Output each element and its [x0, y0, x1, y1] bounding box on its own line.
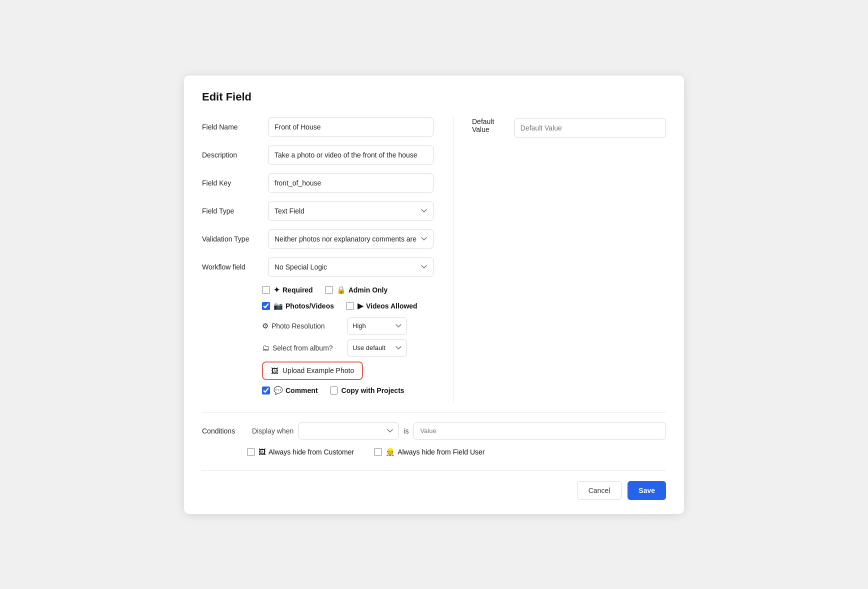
select-from-album-select[interactable]: Use default Always allow Always deny	[347, 340, 407, 356]
hide-customer-item[interactable]: 🖼 Always hide from Customer	[247, 448, 354, 456]
edit-field-modal: Edit Field Field Name Description Field …	[184, 76, 684, 514]
copy-with-projects-label: Copy with Projects	[342, 386, 404, 394]
hide-field-user-label: 👷 Always hide from Field User	[386, 448, 484, 456]
lock-icon: 🔒	[336, 286, 346, 294]
field-key-row: Field Key	[202, 174, 434, 192]
camera-icon: 📷	[274, 302, 283, 310]
videos-allowed-checkbox-item[interactable]: ▶ Videos Allowed	[346, 302, 418, 310]
image-hide-icon: 🖼	[258, 448, 266, 456]
checkboxes-section: ✦ Required 🔒 Admin Only	[262, 286, 434, 395]
field-type-row: Field Type Text Field	[202, 202, 434, 220]
description-row: Description	[202, 146, 434, 164]
field-name-label: Field Name	[202, 123, 262, 131]
field-key-input[interactable]	[268, 174, 434, 192]
display-when-label: Display when	[252, 427, 294, 435]
content-grid: Field Name Description Field Key Field T…	[202, 118, 666, 402]
cancel-button[interactable]: Cancel	[577, 481, 622, 500]
photo-resolution-row: ⚙ Photo Resolution High Medium Low	[262, 318, 434, 334]
description-label: Description	[202, 151, 262, 159]
select-from-album-row: 🗂 Select from album? Use default Always …	[262, 340, 434, 356]
default-value-label: Default Value	[472, 118, 504, 134]
checkbox-row-1: ✦ Required 🔒 Admin Only	[262, 286, 434, 294]
photos-videos-checkbox-item[interactable]: 📷 Photos/Videos	[262, 302, 334, 310]
photo-resolution-label: ⚙ Photo Resolution	[262, 322, 342, 330]
photos-videos-label: 📷 Photos/Videos	[274, 302, 334, 310]
left-column: Field Name Description Field Key Field T…	[202, 118, 434, 402]
admin-only-checkbox[interactable]	[325, 286, 333, 294]
field-name-input[interactable]	[268, 118, 434, 136]
workflow-field-select[interactable]: No Special Logic	[268, 258, 434, 276]
field-type-label: Field Type	[202, 207, 262, 215]
select-from-album-label: 🗂 Select from album?	[262, 344, 342, 352]
hide-checkboxes-row: 🖼 Always hide from Customer 👷 Always hid…	[247, 448, 666, 456]
field-name-row: Field Name	[202, 118, 434, 136]
upload-icon: 🖼	[271, 366, 278, 375]
admin-only-checkbox-item[interactable]: 🔒 Admin Only	[325, 286, 388, 294]
sub-options: ⚙ Photo Resolution High Medium Low 🗂 Sel…	[262, 318, 434, 356]
resolution-icon: ⚙	[262, 322, 268, 330]
required-checkbox[interactable]	[262, 286, 270, 294]
display-when-select[interactable]	[298, 422, 398, 440]
hide-field-user-item[interactable]: 👷 Always hide from Field User	[374, 448, 484, 456]
required-label: ✦ Required	[274, 286, 313, 294]
footer-actions: Cancel Save	[202, 470, 666, 500]
photos-videos-checkbox[interactable]	[262, 302, 270, 310]
hide-customer-label: 🖼 Always hide from Customer	[258, 448, 354, 456]
conditions-section: Conditions Display when is 🖼 Always hide…	[202, 422, 666, 456]
field-type-select[interactable]: Text Field	[268, 202, 434, 220]
checkbox-row-2: 📷 Photos/Videos ▶ Videos Allowed	[262, 302, 434, 310]
conditions-label: Conditions	[202, 427, 247, 435]
star-icon: ✦	[274, 286, 280, 294]
validation-type-select[interactable]: Neither photos nor explanatory comments …	[268, 230, 434, 248]
videos-allowed-checkbox[interactable]	[346, 302, 354, 310]
field-key-label: Field Key	[202, 179, 262, 187]
album-icon: 🗂	[262, 344, 270, 352]
videos-allowed-label: ▶ Videos Allowed	[358, 302, 418, 310]
hide-field-user-checkbox[interactable]	[374, 448, 382, 456]
conditions-row: Conditions Display when is	[202, 422, 666, 440]
field-user-icon: 👷	[386, 448, 395, 456]
validation-type-row: Validation Type Neither photos nor expla…	[202, 230, 434, 248]
workflow-field-row: Workflow field No Special Logic	[202, 258, 434, 276]
comment-checkbox-item[interactable]: 💬 Comment	[262, 386, 318, 395]
upload-example-photo-button[interactable]: 🖼 Upload Example Photo	[262, 362, 363, 380]
comment-icon: 💬	[274, 386, 283, 395]
copy-with-projects-checkbox-item[interactable]: Copy with Projects	[330, 386, 404, 394]
photo-resolution-select[interactable]: High Medium Low	[347, 318, 407, 334]
admin-only-label: 🔒 Admin Only	[336, 286, 388, 294]
default-value-input[interactable]	[514, 118, 666, 138]
workflow-field-label: Workflow field	[202, 263, 262, 271]
hide-customer-checkbox[interactable]	[247, 448, 255, 456]
validation-type-label: Validation Type	[202, 235, 262, 243]
value-input[interactable]	[414, 422, 666, 440]
comment-checkbox[interactable]	[262, 386, 270, 394]
right-column: Default Value	[454, 118, 666, 402]
checkbox-row-3: 💬 Comment Copy with Projects	[262, 386, 434, 395]
modal-title: Edit Field	[202, 90, 666, 104]
required-checkbox-item[interactable]: ✦ Required	[262, 286, 313, 294]
is-label: is	[404, 427, 408, 435]
description-input[interactable]	[268, 146, 434, 164]
save-button[interactable]: Save	[628, 481, 666, 500]
divider	[202, 412, 666, 412]
copy-with-projects-checkbox[interactable]	[330, 386, 338, 394]
comment-label: 💬 Comment	[274, 386, 318, 395]
video-icon: ▶	[358, 302, 364, 310]
